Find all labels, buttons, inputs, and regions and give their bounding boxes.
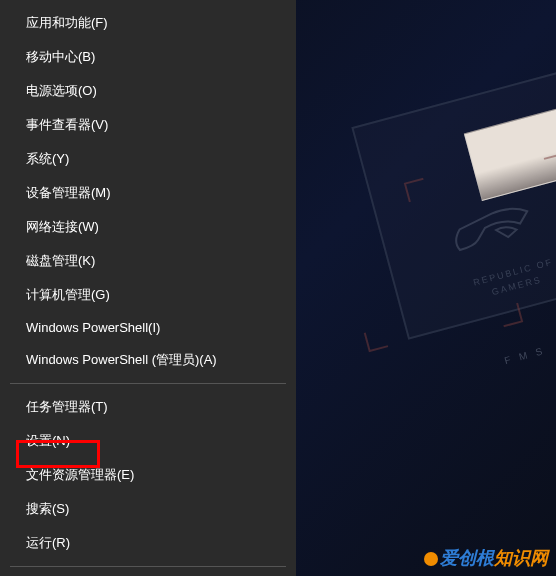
watermark-dot-icon: [424, 552, 438, 566]
menu-item-network-connections[interactable]: 网络连接(W): [0, 210, 296, 244]
menu-item-powershell-admin[interactable]: Windows PowerShell (管理员)(A): [0, 343, 296, 377]
menu-separator: [10, 566, 286, 567]
winx-context-menu: 应用和功能(F) 移动中心(B) 电源选项(O) 事件查看器(V) 系统(Y) …: [0, 0, 296, 576]
menu-item-settings[interactable]: 设置(N): [0, 424, 296, 458]
menu-item-apps-features[interactable]: 应用和功能(F): [0, 6, 296, 40]
menu-item-event-viewer[interactable]: 事件查看器(V): [0, 108, 296, 142]
menu-item-run[interactable]: 运行(R): [0, 526, 296, 560]
menu-item-file-explorer[interactable]: 文件资源管理器(E): [0, 458, 296, 492]
menu-item-power-options[interactable]: 电源选项(O): [0, 74, 296, 108]
menu-item-task-manager[interactable]: 任务管理器(T): [0, 390, 296, 424]
menu-item-powershell[interactable]: Windows PowerShell(I): [0, 312, 296, 343]
watermark: 爱创根知识网: [424, 546, 548, 570]
bg-side-label: F M S: [504, 345, 547, 366]
menu-item-system[interactable]: 系统(Y): [0, 142, 296, 176]
watermark-text-2: 知识网: [494, 548, 548, 568]
menu-separator: [10, 383, 286, 384]
menu-item-device-manager[interactable]: 设备管理器(M): [0, 176, 296, 210]
menu-item-mobility-center[interactable]: 移动中心(B): [0, 40, 296, 74]
bg-bracket-corner: [364, 328, 388, 352]
menu-item-computer-management[interactable]: 计算机管理(G): [0, 278, 296, 312]
menu-item-disk-management[interactable]: 磁盘管理(K): [0, 244, 296, 278]
menu-item-search[interactable]: 搜索(S): [0, 492, 296, 526]
watermark-text-1: 爱创根: [440, 548, 494, 568]
